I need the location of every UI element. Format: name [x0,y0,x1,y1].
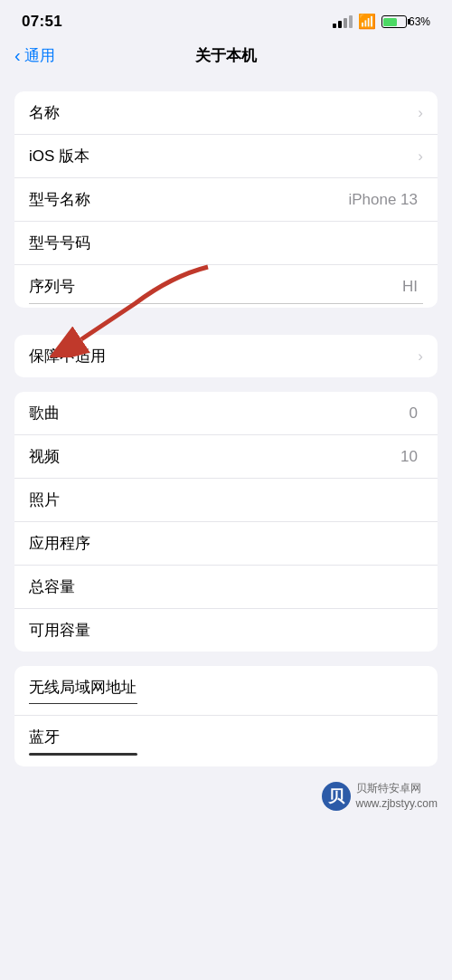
name-row-right: › [418,104,423,122]
ios-version-label: iOS 版本 [29,146,89,167]
total-capacity-row: 总容量 [14,566,438,609]
back-button[interactable]: ‹ 通用 [14,45,55,66]
chevron-right-icon: › [418,347,423,366]
watermark-badge: 贝 贝斯特安卓网 www.zjbstyy.com [322,781,438,812]
ios-version-row-right: › [418,147,423,166]
serial-number-value: HI [402,278,418,296]
videos-label: 视频 [29,446,60,467]
signal-icon [333,15,353,28]
wifi-icon: 📶 [358,14,376,29]
status-icons: 📶 63% [333,14,430,29]
battery-fill [383,18,396,26]
watermark-icon: 贝 [322,782,351,811]
network-section: 无线局域网地址 蓝牙 [14,666,438,766]
model-number-label: 型号号码 [29,233,90,253]
videos-value: 10 [400,448,418,466]
photos-label: 照片 [29,490,60,510]
watermark-line1: 贝斯特安卓网 [356,781,438,796]
available-capacity-row: 可用容量 [14,609,438,652]
wifi-address-line [29,703,137,704]
bluetooth-label: 蓝牙 [29,727,60,747]
photos-row: 照片 [14,479,438,522]
model-name-row: 型号名称 iPhone 13 [14,178,438,222]
videos-row: 视频 10 [14,435,438,479]
annotation-arrow [27,258,226,357]
songs-value: 0 [410,404,418,423]
watermark-area: 贝 贝斯特安卓网 www.zjbstyy.com [0,774,452,819]
battery-percent: 63% [409,15,430,28]
songs-label: 歌曲 [29,403,60,423]
chevron-right-icon: › [418,104,423,122]
back-chevron-icon: ‹ [14,46,21,64]
available-capacity-label: 可用容量 [29,620,90,641]
status-time: 07:51 [22,13,62,31]
warranty-row-right: › [418,347,423,366]
model-name-label: 型号名称 [29,189,90,210]
watermark-line2: www.zjbstyy.com [356,796,438,812]
media-section: 歌曲 0 视频 10 照片 应用程序 总容量 可用容量 [14,392,438,652]
bluetooth-line [29,753,137,756]
wifi-address-row: 无线局域网地址 [14,666,438,716]
wifi-address-label: 无线局域网地址 [29,677,137,698]
serial-number-row-right: HI [402,278,423,296]
bluetooth-row: 蓝牙 [14,716,438,766]
watermark-icon-text: 贝 [328,785,344,807]
apps-row: 应用程序 [14,522,438,566]
nav-bar: ‹ 通用 关于本机 [0,38,452,77]
apps-label: 应用程序 [29,533,90,554]
songs-row: 歌曲 0 [14,392,438,435]
model-name-row-right: iPhone 13 [348,191,423,209]
battery-indicator: 63% [381,15,430,28]
status-bar: 07:51 📶 63% [0,0,452,38]
battery-body [381,15,407,28]
name-label: 名称 [29,102,60,123]
watermark-text-block: 贝斯特安卓网 www.zjbstyy.com [356,781,438,812]
name-row[interactable]: 名称 › [14,91,438,135]
ios-version-row[interactable]: iOS 版本 › [14,135,438,178]
total-capacity-label: 总容量 [29,576,75,597]
model-name-value: iPhone 13 [348,191,418,209]
page-title: 关于本机 [195,45,257,66]
back-label: 通用 [24,45,55,66]
chevron-right-icon: › [418,147,423,166]
